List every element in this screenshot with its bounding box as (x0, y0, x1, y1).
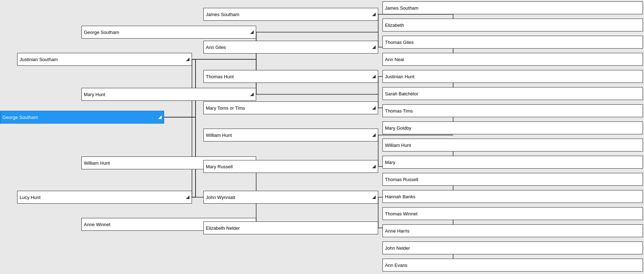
mary-goldby-leaf[interactable]: Mary Goldby (382, 121, 643, 134)
justinian-hunt-leaf[interactable]: Justinian Hunt (382, 70, 643, 83)
corner-mark-icon (158, 115, 162, 119)
corner-mark-icon (372, 13, 376, 16)
james-southam-2-node[interactable]: James Southam (203, 8, 378, 21)
thomas-giles-leaf[interactable]: Thomas Giles (382, 36, 643, 49)
mary-leaf[interactable]: Mary (382, 156, 643, 169)
family-tree-chart: George Southam Justinian Southam Lucy Hu… (0, 0, 644, 274)
james-southam-leaf[interactable]: James Southam (382, 1, 643, 14)
hannah-banks-leaf[interactable]: Hannah Banks (382, 190, 643, 203)
corner-mark-icon (250, 30, 254, 34)
william-hunt-leaf[interactable]: William Hunt (382, 139, 643, 151)
ann-giles-node[interactable]: Ann Giles (203, 41, 378, 54)
corner-mark-icon (372, 45, 376, 49)
corner-mark-icon (186, 58, 189, 61)
corner-mark-icon (372, 165, 376, 168)
corner-mark-icon (250, 93, 254, 96)
anne-harris-leaf[interactable]: Anne Harris (382, 224, 643, 237)
corner-mark-icon (372, 195, 376, 199)
thomas-russell-leaf[interactable]: Thomas Russell (382, 173, 643, 186)
ann-evans-leaf[interactable]: Ann Evans (382, 259, 643, 271)
justinian-southam-node[interactable]: Justinian Southam (17, 53, 192, 66)
corner-mark-icon (186, 195, 189, 199)
thomas-winnet-leaf[interactable]: Thomas Winnet (382, 207, 643, 220)
george-southam-2-node[interactable]: George Southam (81, 26, 256, 39)
mary-hunt-node[interactable]: Mary Hunt (81, 88, 256, 101)
john-wynniatt-node[interactable]: John Wynniatt (203, 191, 378, 204)
john-nelder-leaf[interactable]: John Nelder (382, 241, 643, 254)
george-southam-root[interactable]: George Southam (0, 111, 164, 124)
william-hunt-2-node[interactable]: William Hunt (203, 129, 378, 141)
elizabeth-leaf[interactable]: Elizabeth (382, 19, 643, 31)
thomas-hunt-node[interactable]: Thomas Hunt (203, 70, 378, 83)
corner-mark-icon (372, 106, 376, 110)
lucy-hunt-node[interactable]: Lucy Hunt (17, 191, 192, 204)
mary-toms-node[interactable]: Mary Toms or Tims (203, 101, 378, 114)
sarah-batchelor-leaf[interactable]: Sarah Batchelor (382, 87, 643, 100)
thomas-tims-leaf[interactable]: Thomas Tims (382, 104, 643, 117)
ann-neal-leaf[interactable]: Ann Neal (382, 53, 643, 66)
corner-mark-icon (372, 75, 376, 78)
elizabeth-nelder-node[interactable]: Elizabeth Nelder (203, 221, 378, 234)
corner-mark-icon (372, 133, 376, 137)
mary-russell-node[interactable]: Mary Russell (203, 160, 378, 173)
